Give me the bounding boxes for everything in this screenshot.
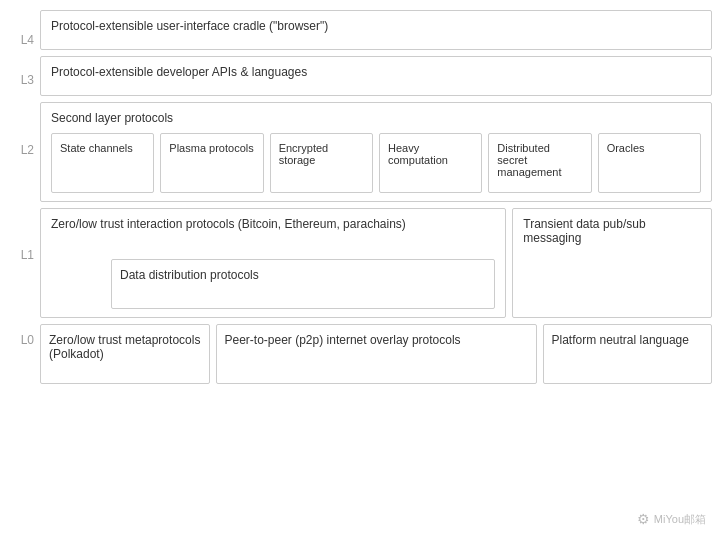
label-l2: L2 xyxy=(0,100,40,200)
watermark-icon: ⚙ xyxy=(637,511,650,527)
l2-title: Second layer protocols xyxy=(51,111,701,125)
l0-cell-2: Platform neutral language xyxy=(543,324,713,384)
row-l1-right: Transient data pub/sub messaging xyxy=(512,208,712,318)
l2-cell-2: Encrypted storage xyxy=(270,133,373,193)
row-l2: Second layer protocols State channels Pl… xyxy=(40,102,712,202)
l2-cell-0: State channels xyxy=(51,133,154,193)
l2-cell-5: Oracles xyxy=(598,133,701,193)
row-l4: Protocol-extensible user-interface cradl… xyxy=(40,10,712,50)
row-l3: Protocol-extensible developer APIs & lan… xyxy=(40,56,712,96)
label-l0: L0 xyxy=(0,310,40,370)
watermark: ⚙ MiYou邮箱 xyxy=(637,511,706,527)
l2-cell-4: Distributed secret management xyxy=(488,133,591,193)
l3-title: Protocol-extensible developer APIs & lan… xyxy=(51,65,701,79)
l0-cell-0: Zero/low trust metaprotocols (Polkadot) xyxy=(40,324,210,384)
main-content: Protocol-extensible user-interface cradl… xyxy=(40,10,724,531)
label-l1: L1 xyxy=(0,200,40,310)
l2-cell-1: Plasma protocols xyxy=(160,133,263,193)
l2-cells: State channels Plasma protocols Encrypte… xyxy=(51,133,701,193)
label-l4: L4 xyxy=(0,20,40,60)
row-l0: Zero/low trust metaprotocols (Polkadot) … xyxy=(40,324,712,384)
l2-cell-3: Heavy computation xyxy=(379,133,482,193)
watermark-text: MiYou邮箱 xyxy=(654,512,706,527)
row-l1-left: Zero/low trust interaction protocols (Bi… xyxy=(40,208,506,318)
l1-left-title: Zero/low trust interaction protocols (Bi… xyxy=(51,217,495,231)
l1-inner: Data distribution protocols xyxy=(111,259,495,309)
l0-cell-1: Peer-to-peer (p2p) internet overlay prot… xyxy=(216,324,537,384)
row-l1: Zero/low trust interaction protocols (Bi… xyxy=(40,208,712,318)
label-l3: L3 xyxy=(0,60,40,100)
l4-title: Protocol-extensible user-interface cradl… xyxy=(51,19,701,33)
layer-labels: L4 L3 L2 L1 L0 xyxy=(0,10,40,531)
